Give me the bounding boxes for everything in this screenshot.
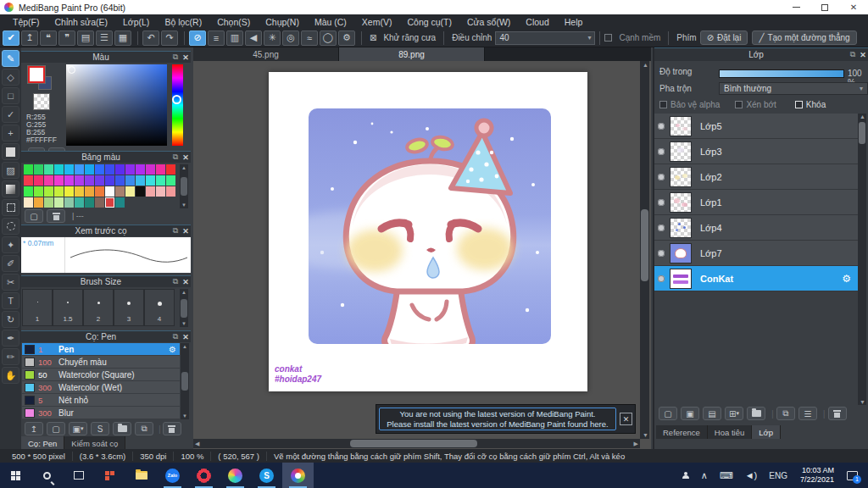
new-8bit-layer-button[interactable]: ▣ [681, 407, 699, 420]
palette-swatch[interactable] [156, 186, 165, 197]
pen-tool[interactable]: ✒ [2, 330, 19, 347]
comment-icon[interactable]: ❝ [40, 30, 57, 46]
menu-color[interactable]: Màu (C) [307, 17, 354, 27]
lasso-tool[interactable] [2, 218, 19, 235]
opacity-slider[interactable] [719, 69, 844, 78]
canvas-page[interactable]: conkat #hoidap247 [269, 72, 587, 391]
taskbar-app-skype[interactable]: S [251, 463, 282, 488]
palette-swatch[interactable] [64, 197, 74, 208]
palette-swatch[interactable] [105, 186, 114, 197]
palette-swatch[interactable] [95, 186, 104, 197]
select-pen-tool[interactable]: ✐ [2, 255, 19, 272]
brush-delete-button[interactable] [163, 422, 181, 435]
scrollbar-thumb[interactable] [350, 440, 477, 447]
document-tab-active[interactable]: 89.png [339, 47, 485, 61]
palette-swatch[interactable] [85, 164, 94, 175]
taskbar-app-opera[interactable] [188, 463, 220, 488]
tab-layers[interactable]: Lớp [752, 425, 781, 439]
volume-tray-icon[interactable]: ◄) [739, 463, 764, 488]
palette-swatch[interactable] [146, 175, 155, 186]
delete-layer-button[interactable] [828, 407, 847, 420]
palette-swatch[interactable] [166, 164, 175, 175]
new-layer-button[interactable]: ▢ [659, 407, 677, 420]
palette-swatch[interactable] [75, 175, 84, 186]
palette-swatch[interactable] [34, 197, 43, 208]
brush-list-scrollbar[interactable]: ▲▼ [181, 343, 189, 419]
gradient-tool[interactable] [2, 180, 19, 197]
lock-checkbox[interactable] [795, 101, 803, 108]
menu-layer[interactable]: Lớp(L) [115, 17, 157, 27]
brush-row[interactable]: 300Watercolor (Wet) [22, 381, 180, 394]
ellipse-snap-icon[interactable]: ◯ [320, 30, 337, 46]
scrollbar-thumb[interactable] [641, 209, 648, 281]
reset-button[interactable]: ⊘ Đặt lại [700, 30, 748, 45]
close-icon[interactable]: ✕ [181, 227, 191, 236]
undo-icon[interactable]: ↶ [142, 30, 159, 46]
adjust-dropdown[interactable]: 40 ▾ [495, 31, 595, 45]
eraser-tool[interactable]: ◇ [2, 69, 19, 86]
brush-cloud-upload-button[interactable]: ↥ [25, 422, 43, 435]
palette-swatch[interactable] [54, 175, 64, 186]
palette-swatch[interactable] [136, 175, 145, 186]
confirm-icon[interactable]: ✔ [3, 30, 19, 46]
close-button[interactable]: ✕ [839, 0, 868, 14]
hand-tool[interactable]: ✋ [2, 367, 19, 384]
palette-swatch[interactable] [115, 197, 125, 208]
radial-snap-icon[interactable]: ✳ [264, 30, 281, 46]
palette-swatch[interactable] [54, 186, 64, 197]
menu-select[interactable]: Chọn(S) [209, 17, 258, 27]
palette-swatch[interactable] [54, 164, 64, 175]
layer-row[interactable]: Lớp3 [654, 139, 858, 164]
duplicate-layer-button[interactable]: ⧉ [776, 407, 795, 420]
brush-row[interactable]: 1Pen⚙ [22, 343, 180, 356]
taskbar-app-zalo[interactable]: Zalo [157, 463, 188, 488]
language-indicator[interactable]: ENG [763, 463, 793, 488]
tab-reference[interactable]: Reference [656, 425, 708, 439]
comment-lines-icon[interactable]: ❞ [58, 30, 75, 46]
palette-swatch[interactable] [75, 164, 84, 175]
palette-swatch[interactable] [24, 186, 33, 197]
palette-swatch[interactable] [136, 164, 145, 175]
palette-swatch[interactable] [156, 175, 165, 186]
layer-folder-button[interactable] [747, 407, 765, 420]
palette-swatch[interactable] [44, 186, 53, 197]
merge-layer-button[interactable]: ☰ [798, 407, 817, 420]
search-button[interactable] [31, 463, 63, 488]
layer-row[interactable]: Lớp5 [654, 114, 858, 139]
close-icon[interactable]: ✕ [181, 53, 191, 62]
straight-line-button[interactable]: ╱ Tạo một đường thẳng [752, 30, 856, 45]
taskbar-app-medibang[interactable] [282, 463, 314, 488]
eyedropper-tool[interactable]: ✏ [2, 348, 19, 365]
palette-swatch[interactable] [34, 186, 43, 197]
move-tool[interactable]: + [2, 125, 19, 141]
palette-swatch[interactable] [85, 175, 94, 186]
palette-swatch[interactable] [24, 175, 33, 186]
brush-size-option[interactable]: 4 [144, 289, 175, 326]
tab-brush-control[interactable]: Kiểm soát cọ [64, 436, 125, 450]
brush-size-option[interactable]: 1.5 [53, 289, 83, 326]
popout-icon[interactable]: ⧉ [170, 53, 181, 62]
close-icon[interactable]: ✕ [181, 333, 191, 341]
parallel-snap-icon[interactable]: ≡ [208, 30, 225, 46]
brush-size-option[interactable]: 2 [83, 289, 114, 326]
gear-icon[interactable]: ⚙ [842, 273, 851, 285]
palette-swatch[interactable] [24, 164, 33, 175]
brush-tool[interactable]: ✎ [2, 50, 19, 67]
show-hidden-icons-button[interactable]: ∧ [695, 463, 714, 488]
scrollbar-thumb[interactable] [859, 122, 865, 144]
keyboard-tray-icon[interactable]: ⌨ [714, 463, 739, 488]
palette-swatch[interactable] [75, 186, 84, 197]
add-layer-menu-button[interactable]: ⊞▾ [725, 407, 743, 420]
close-icon[interactable]: ✕ [858, 51, 868, 59]
brush-row[interactable]: 100Chuyển màu [22, 356, 180, 369]
hue-cursor[interactable] [172, 95, 181, 104]
brush-size-option[interactable]: 3 [114, 289, 144, 326]
menu-view[interactable]: Xem(V) [354, 17, 400, 27]
document-tab[interactable]: 45.png [193, 47, 339, 61]
delete-swatch-button[interactable] [47, 209, 65, 223]
tab-brush[interactable]: Cọ: Pen [21, 436, 64, 450]
layer-row[interactable]: Lớp1 [654, 190, 858, 215]
palette-swatch[interactable] [64, 164, 74, 175]
palette-swatch[interactable] [95, 197, 104, 208]
protect-alpha-checkbox[interactable] [659, 101, 667, 108]
